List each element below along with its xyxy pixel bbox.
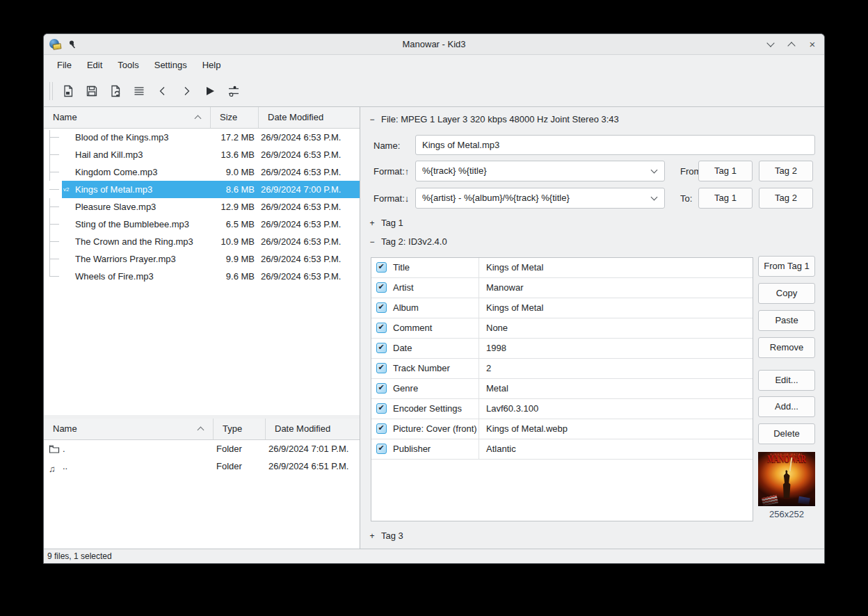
toolbar-handle[interactable]: [49, 82, 53, 100]
column-header-name[interactable]: Name: [44, 419, 214, 439]
delete-button[interactable]: Delete: [758, 423, 815, 444]
status-text: 9 files, 1 selected: [47, 551, 112, 561]
to-tag1-button[interactable]: Tag 1: [698, 188, 753, 209]
frame-row-encoder-settings[interactable]: Encoder Settings Lavf60.3.100: [371, 399, 753, 419]
tag-details-pane: − File: MPEG 1 Layer 3 320 kbps 48000 Hz…: [360, 107, 824, 549]
revert-icon[interactable]: [104, 80, 127, 102]
previous-file-icon[interactable]: [151, 80, 175, 102]
tag1-section-header[interactable]: + Tag 1: [369, 218, 403, 228]
column-header-name[interactable]: Name: [44, 107, 211, 128]
expand-icon[interactable]: +: [369, 218, 376, 228]
frame-row-genre[interactable]: Genre Metal: [371, 379, 753, 399]
folder-list: Name Type Date Modified . Fo: [44, 419, 360, 549]
file-row[interactable]: Kingdom Come.mp39.0 MB26/9/2024 6:53 P.M…: [44, 163, 360, 181]
file-row[interactable]: The Warriors Prayer.mp39.9 MB26/9/2024 6…: [44, 250, 360, 268]
folder-row[interactable]: ♫ .. Folder 26/9/2024 6:51 P.M.: [44, 457, 360, 475]
sort-ascending-icon: [198, 427, 204, 434]
menu-file[interactable]: File: [49, 56, 79, 74]
encoder-settings-checkbox[interactable]: [376, 403, 387, 414]
add-button[interactable]: Add...: [758, 396, 815, 417]
to-tag2-button[interactable]: Tag 2: [759, 188, 813, 209]
file-row-selected[interactable]: v2 Kings of Metal.mp38.6 MB26/9/2024 7:0…: [44, 181, 360, 198]
menubar: File Edit Tools Settings Help: [44, 55, 824, 75]
chevron-down-icon: [651, 194, 658, 201]
file-info-text: File: MPEG 1 Layer 3 320 kbps 48000 Hz J…: [381, 114, 619, 124]
menu-help[interactable]: Help: [195, 56, 229, 74]
to-label: To:: [680, 193, 692, 204]
genre-checkbox[interactable]: [376, 383, 387, 394]
copy-button[interactable]: Copy: [758, 283, 815, 304]
frame-row-picture[interactable]: Picture: Cover (front) Kings of Metal.we…: [371, 419, 753, 439]
menu-edit[interactable]: Edit: [79, 56, 110, 74]
file-list-body: Blood of the Kings.mp317.2 MB26/9/2024 6…: [44, 129, 360, 415]
frame-row-album[interactable]: Album Kings of Metal: [371, 298, 753, 318]
column-header-date-modified[interactable]: Date Modified: [259, 107, 360, 128]
expand-icon[interactable]: +: [369, 531, 376, 541]
collapse-icon[interactable]: −: [369, 237, 376, 247]
frame-row-comment[interactable]: Comment None: [371, 318, 753, 339]
track-number-checkbox[interactable]: [376, 363, 387, 373]
frame-row-title[interactable]: Title Kings of Metal: [371, 258, 753, 278]
folder-list-body: . Folder 26/9/2024 7:01 P.M. ♫ .. Folder…: [44, 440, 360, 549]
statusbar: 9 files, 1 selected: [44, 549, 824, 563]
format-to-filename-combo[interactable]: %{artist} - %{album}/%{track} %{title}: [415, 188, 665, 209]
album-checkbox[interactable]: [376, 302, 387, 313]
play-icon[interactable]: [198, 80, 222, 102]
tag2-section-header[interactable]: − Tag 2: ID3v2.4.0: [369, 236, 447, 247]
titlebar[interactable]: Manowar - Kid3 ×: [44, 34, 824, 55]
column-header-type[interactable]: Type: [214, 419, 266, 439]
frame-row-publisher[interactable]: Publisher Atlantic: [371, 439, 753, 460]
format-from-filename-combo[interactable]: %{track} %{title}: [415, 161, 665, 181]
artist-checkbox[interactable]: [376, 282, 387, 293]
file-list: Name Size Date Modified Blood of the Kin…: [44, 107, 360, 415]
date-checkbox[interactable]: [376, 343, 387, 353]
picture-checkbox[interactable]: [376, 423, 387, 434]
cover-warrior-figure: [781, 470, 792, 498]
paste-button[interactable]: Paste: [758, 310, 815, 331]
frame-row-date[interactable]: Date 1998: [371, 339, 753, 359]
maximize-button[interactable]: [787, 40, 796, 49]
file-row[interactable]: Blood of the Kings.mp317.2 MB26/9/2024 6…: [44, 129, 360, 146]
frame-row-track-number[interactable]: Track Number 2: [371, 359, 753, 379]
menu-tools[interactable]: Tools: [110, 56, 146, 74]
file-row[interactable]: Sting of the Bumblebee.mp36.5 MB26/9/202…: [44, 216, 360, 233]
filename-input[interactable]: [415, 135, 815, 155]
title-checkbox[interactable]: [376, 262, 387, 273]
sort-ascending-icon: [195, 115, 202, 122]
name-label: Name:: [373, 140, 400, 151]
open-icon[interactable]: [56, 80, 80, 102]
minimize-button[interactable]: [766, 40, 775, 49]
window-title: Manowar - Kid3: [44, 34, 824, 55]
frame-row-artist[interactable]: Artist Manowar: [371, 278, 753, 298]
folder-icon: [49, 443, 60, 454]
file-row[interactable]: Wheels of Fire.mp39.6 MB26/9/2024 6:53 P…: [44, 268, 360, 285]
from-tag1-filename-button[interactable]: Tag 1: [698, 161, 753, 181]
column-header-size[interactable]: Size: [211, 107, 259, 128]
tag-version-badge: v2: [63, 186, 69, 193]
remove-button[interactable]: Remove: [758, 337, 815, 358]
next-file-icon[interactable]: [175, 80, 198, 102]
folder-row[interactable]: . Folder 26/9/2024 7:01 P.M.: [44, 440, 360, 457]
album-cover-thumbnail[interactable]: KINGS OF METAL MANOWAR: [758, 452, 815, 506]
close-button[interactable]: ×: [807, 40, 817, 49]
save-icon[interactable]: [80, 80, 104, 102]
publisher-checkbox[interactable]: [376, 444, 387, 454]
file-list-header: Name Size Date Modified: [44, 107, 360, 129]
edit-button[interactable]: Edit...: [758, 370, 815, 391]
music-note-icon: ♫: [49, 460, 60, 471]
folder-list-header: Name Type Date Modified: [44, 419, 360, 440]
collapse-icon[interactable]: −: [369, 115, 376, 124]
from-tag1-button[interactable]: From Tag 1: [758, 256, 815, 277]
options-icon[interactable]: [222, 80, 246, 102]
comment-checkbox[interactable]: [376, 323, 387, 333]
tag3-section-header[interactable]: + Tag 3: [369, 530, 403, 541]
file-row[interactable]: Pleasure Slave.mp312.9 MB26/9/2024 6:53 …: [44, 198, 360, 216]
file-row[interactable]: The Crown and the Ring.mp310.9 MB26/9/20…: [44, 233, 360, 250]
toolbar: [44, 75, 824, 106]
from-tag2-filename-button[interactable]: Tag 2: [759, 161, 813, 181]
playlist-icon[interactable]: [127, 80, 151, 102]
file-row[interactable]: Hail and Kill.mp313.6 MB26/9/2024 6:53 P…: [44, 146, 360, 163]
column-header-date-modified[interactable]: Date Modified: [266, 419, 360, 439]
file-section-header[interactable]: − File: MPEG 1 Layer 3 320 kbps 48000 Hz…: [369, 114, 619, 124]
menu-settings[interactable]: Settings: [147, 56, 195, 74]
